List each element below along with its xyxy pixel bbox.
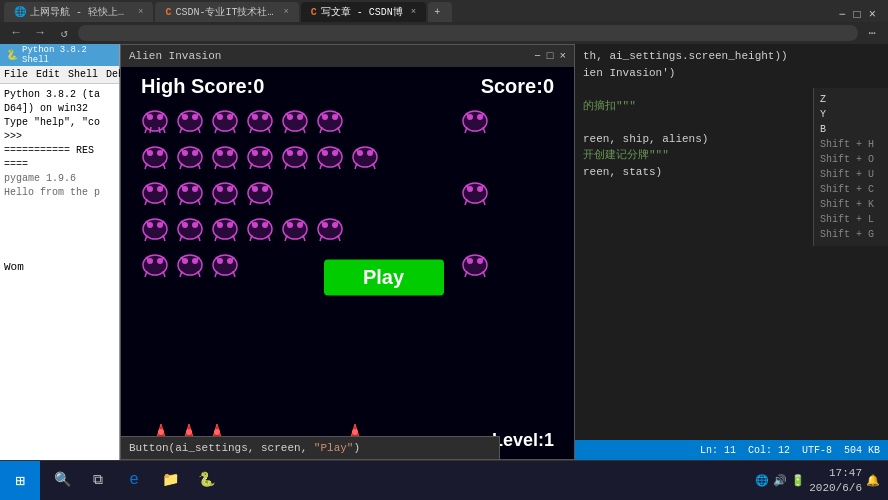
alien-r0-c0 [141, 107, 169, 135]
idle-content: Python 3.8.2 (ta D64]) on win32 Type "he… [0, 84, 119, 460]
idle-line-2: Type "help", "co [4, 116, 115, 130]
idle-title: Python 3.8.2 Shell [22, 45, 113, 65]
alien-r1-c0 [141, 143, 169, 171]
alien-r3-c2 [211, 215, 239, 243]
new-tab-icon: + [434, 7, 440, 18]
taskbar-tray: 🌐 🔊 🔋 17:47 2020/6/6 🔔 [747, 466, 888, 495]
alien-r0-c1 [176, 107, 204, 135]
status-encoding: UTF-8 [802, 445, 832, 456]
tab-new[interactable]: + [428, 2, 452, 22]
status-size: 504 KB [844, 445, 880, 456]
refresh-button[interactable]: ↺ [54, 25, 74, 41]
alien-r2-c5 [461, 179, 489, 207]
level-display: Level:1 [492, 430, 554, 451]
idle-menu-file[interactable]: File [4, 69, 28, 80]
code-panel: th, ai_settings.screen_height)) ien Inva… [575, 44, 888, 460]
shortcut-shift-l: Shift + L [814, 212, 888, 227]
status-ln: Ln: 11 [700, 445, 736, 456]
alien-r1-c4 [281, 143, 309, 171]
tab-1-close[interactable]: × [138, 7, 143, 17]
shortcut-shift-c: Shift + C [814, 182, 888, 197]
code-line-0: th, ai_settings.screen_height)) [583, 48, 880, 65]
shortcut-shift-k: Shift + K [814, 197, 888, 212]
alien-r1-c3 [246, 143, 274, 171]
status-bar: Ln: 11 Col: 12 UTF-8 504 KB [575, 440, 888, 460]
tab-3-icon: C [311, 7, 317, 18]
address-bar[interactable] [78, 25, 858, 41]
shortcut-shift-u: Shift + U [814, 167, 888, 182]
taskbar-edge[interactable]: e [116, 461, 152, 501]
game-titlebar: Alien Invasion − □ × [121, 45, 574, 67]
idle-line-4: =========== RES [4, 144, 115, 158]
idle-line-5: ==== [4, 158, 115, 172]
svg-line-7 [150, 127, 151, 133]
tooltip-popup: Button(ai_settings, screen, "Play") [120, 436, 500, 460]
alien-r2-c3 [246, 179, 274, 207]
idle-line-6: pygame 1.9.6 [4, 172, 115, 186]
game-close[interactable]: × [559, 50, 566, 62]
game-minimize[interactable]: − [534, 50, 541, 62]
alien-r0-c4 [281, 107, 309, 135]
back-button[interactable]: ← [6, 25, 26, 41]
date-display: 2020/6/6 [809, 481, 862, 495]
forward-button[interactable]: → [30, 25, 50, 41]
tab-3-close[interactable]: × [411, 7, 416, 17]
shortcut-shift-h: Shift + H [814, 137, 888, 152]
tooltip-prefix: Button(ai_settings, screen, [129, 442, 314, 454]
idle-wom-line: Wom [4, 260, 115, 275]
extensions-button[interactable]: ⋯ [862, 25, 882, 41]
alien-r0-c5 [316, 107, 344, 135]
main-area: 🐍 Python 3.8.2 Shell File Edit Shell Deb… [0, 44, 888, 460]
tray-notification: 🔔 [866, 474, 880, 487]
code-line-1: ien Invasion') [583, 65, 880, 82]
svg-line-8 [159, 127, 160, 133]
browser-close[interactable]: × [869, 8, 876, 22]
tab-1[interactable]: 🌐 上网导航 - 轻快上网 从这里开始 × [4, 2, 153, 22]
idle-panel: 🐍 Python 3.8.2 Shell File Edit Shell Deb… [0, 44, 120, 460]
play-button[interactable]: Play [324, 259, 444, 295]
taskbar: ⊞ 🔍 ⧉ e 📁 🐍 🌐 🔊 🔋 17:47 2020/6/6 🔔 [0, 460, 888, 500]
alien-r2-c1 [176, 179, 204, 207]
taskbar-time: 17:47 2020/6/6 [809, 466, 862, 495]
alien-r3-c1 [176, 215, 204, 243]
keyboard-shortcuts: Z Y B Shift + H Shift + O Shift + U Shif… [813, 88, 888, 246]
alien-r1-c5 [316, 143, 344, 171]
svg-point-217 [214, 429, 220, 435]
alien-r2-c0 [141, 179, 169, 207]
game-controls: − □ × [534, 50, 566, 62]
tab-2-close[interactable]: × [283, 7, 288, 17]
score-display: Score:0 [481, 75, 554, 98]
idle-icon: 🐍 [6, 49, 18, 61]
game-maximize[interactable]: □ [547, 50, 554, 62]
tab-3[interactable]: C 写文章 - CSDN博 × [301, 2, 426, 22]
alien-r2-c2 [211, 179, 239, 207]
alien-r1-c6 [351, 143, 379, 171]
tray-network: 🌐 [755, 474, 769, 487]
high-score-value: 0 [253, 75, 264, 97]
alien-r0-c3 [246, 107, 274, 135]
alien-r4-c1 [176, 251, 204, 279]
alien-r0-c2 [211, 107, 239, 135]
score-label: Score: [481, 75, 543, 97]
alien-r4-c0 [141, 251, 169, 279]
start-button[interactable]: ⊞ [0, 461, 40, 501]
taskbar-search[interactable]: 🔍 [44, 461, 80, 501]
taskbar-python[interactable]: 🐍 [188, 461, 224, 501]
idle-menu-shell[interactable]: Shell [68, 69, 98, 80]
tray-sound: 🔊 [773, 474, 787, 487]
idle-titlebar: 🐍 Python 3.8.2 Shell [0, 44, 119, 66]
taskbar-task-view[interactable]: ⧉ [80, 461, 116, 501]
idle-line-7: Hello from the p [4, 186, 115, 200]
score-value: 0 [543, 75, 554, 97]
taskbar-icons: 🔍 ⧉ e 📁 🐍 [40, 461, 228, 501]
status-col: Col: 12 [748, 445, 790, 456]
shortcut-z: Z [814, 92, 888, 107]
idle-line-3: >>> [4, 130, 115, 144]
browser-minimize[interactable]: − [838, 8, 845, 22]
tab-2[interactable]: C CSDN-专业IT技术社区 × [155, 2, 298, 22]
browser-maximize[interactable]: □ [854, 8, 861, 22]
tooltip-suffix: ) [353, 442, 360, 454]
taskbar-explorer[interactable]: 📁 [152, 461, 188, 501]
idle-menu-edit[interactable]: Edit [36, 69, 60, 80]
game-window: Alien Invasion − □ × High Score:0 Score:… [120, 44, 575, 460]
